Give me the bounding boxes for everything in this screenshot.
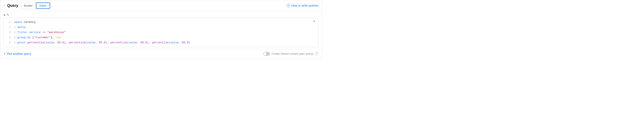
line-number-1: 1 — [6, 20, 11, 25]
func-percentile-2-open: percentile( — [69, 40, 87, 45]
info-icon: i — [287, 4, 290, 7]
bracket-close: ], — [51, 35, 56, 40]
code-text: latency — [22, 20, 36, 25]
keyword-delta: delta — [18, 25, 26, 30]
edit-icon[interactable]: ✎ — [7, 13, 9, 17]
editor-tab[interactable]: Editor — [36, 3, 50, 9]
plot-another-button[interactable]: + Plot another query — [4, 52, 31, 56]
func-percentile-4-close: , 99.9) — [178, 40, 190, 45]
keyword-point: point — [18, 40, 26, 45]
keyword-filter: filter — [18, 30, 28, 35]
builder-tab[interactable]: Builder — [21, 2, 36, 9]
code-editor[interactable]: 1 spans latency 2 | delta 3 | filter ser… — [4, 18, 318, 47]
header-row: › Query Builder Editor i How to write qu… — [0, 0, 322, 11]
query-name-row: a ✎ — [0, 11, 322, 18]
func-percentile-1-close: , 50.0), — [54, 40, 69, 45]
code-line-1: 1 spans latency — [4, 20, 318, 25]
pipe-2: | — [14, 25, 18, 30]
close-editor-button[interactable]: × — [312, 19, 316, 24]
header-left: › Query Builder Editor — [4, 2, 50, 9]
keyword-group-by: group_by — [18, 35, 31, 40]
pipe-3: | — [14, 30, 18, 35]
line-number-2: 2 — [6, 25, 11, 30]
line-number-5: 5 — [6, 40, 11, 45]
keyword-service: service — [29, 30, 41, 35]
code-line-5: 5 | point percentile(value, 50.0), perce… — [4, 40, 318, 45]
code-line-4: 4 | group_by [ "customer" ], sum — [4, 35, 318, 40]
func-percentile-2-close: , 95.0), — [96, 40, 110, 45]
plot-another-label: Plot another query — [7, 52, 31, 56]
bracket-open: [ — [31, 35, 34, 40]
func-percentile-4-open: percentile( — [152, 40, 170, 45]
string-customer: "customer" — [34, 35, 51, 40]
func-percentile-1-open: percentile( — [27, 40, 46, 45]
collapse-chevron-icon[interactable]: › — [4, 4, 5, 7]
query-name-label: a — [4, 13, 5, 17]
pipe-4: | — [14, 35, 18, 40]
space-5 — [26, 40, 28, 45]
value-3: value — [129, 40, 137, 45]
keyword-sum: sum — [56, 35, 60, 40]
space-3 — [27, 30, 29, 35]
code-line-2: 2 | delta — [4, 25, 318, 30]
keyword-spans: spans — [14, 20, 22, 25]
plus-icon: + — [4, 52, 6, 56]
pipe-5: | — [14, 40, 18, 45]
line-number-3: 3 — [6, 30, 11, 35]
create-stream-help-icon[interactable]: ? — [315, 52, 318, 55]
how-to-text: How to write queries — [291, 4, 318, 7]
how-to-link[interactable]: i How to write queries — [287, 4, 318, 7]
code-editor-container[interactable]: 1 spans latency 2 | delta 3 | filter ser… — [4, 18, 318, 47]
value-1: value — [46, 40, 54, 45]
string-warehouse: "warehouse" — [47, 30, 66, 35]
value-2: value — [87, 40, 96, 45]
func-percentile-3-open: percentile( — [110, 40, 129, 45]
code-line-3: 3 | filter service == "warehouse" — [4, 30, 318, 35]
line-number-4: 4 — [6, 35, 11, 40]
create-stream-toggle[interactable] — [263, 52, 270, 56]
footer-row: + Plot another query Create Stream (reta… — [0, 49, 322, 58]
func-percentile-3-close: , 99.0), — [137, 40, 152, 45]
main-container: › Query Builder Editor i How to write qu… — [0, 0, 322, 59]
tab-group: Builder Editor — [21, 2, 50, 9]
operator-3: == — [41, 30, 47, 35]
create-stream-label: Create Stream (retain span query) — [272, 52, 314, 55]
create-stream-area: Create Stream (retain span query) ? — [263, 52, 318, 56]
value-4: value — [170, 40, 178, 45]
query-title: Query — [7, 4, 18, 8]
